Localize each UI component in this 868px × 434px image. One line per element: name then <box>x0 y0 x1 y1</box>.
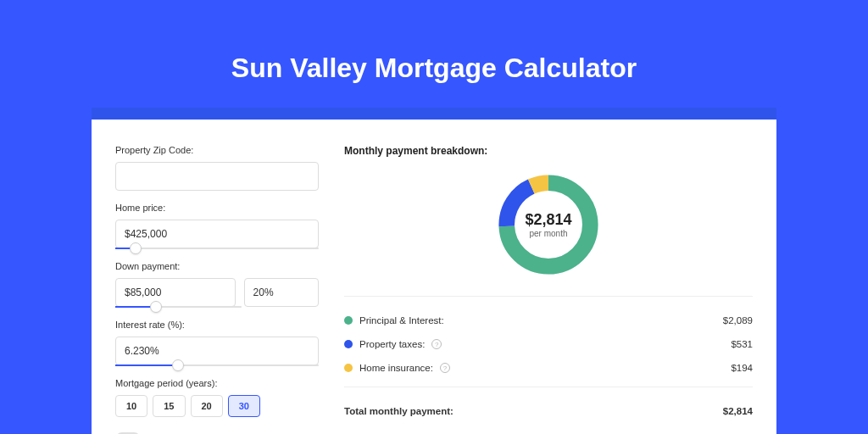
info-icon[interactable]: ? <box>440 363 450 373</box>
down-payment-field: Down payment: <box>115 261 319 308</box>
slider-thumb[interactable] <box>130 242 142 254</box>
interest-rate-label: Interest rate (%): <box>115 320 319 330</box>
home-price-field: Home price: <box>115 203 319 249</box>
breakdown-item-label: Property taxes: <box>359 339 425 349</box>
donut-sub-label: per month <box>529 229 567 238</box>
home-price-label: Home price: <box>115 203 319 213</box>
breakdown-column: Monthly payment breakdown: $2,814 per mo… <box>344 145 753 434</box>
total-value: $2,814 <box>723 406 753 416</box>
breakdown-item-label: Principal & Interest: <box>359 315 444 326</box>
total-label: Total monthly payment: <box>344 406 453 416</box>
zip-label: Property Zip Code: <box>115 145 319 155</box>
divider <box>344 296 753 297</box>
legend-dot <box>344 340 353 348</box>
slider-thumb[interactable] <box>150 301 162 313</box>
down-payment-percent-input[interactable] <box>244 278 319 307</box>
page-title: Sun Valley Mortgage Calculator <box>0 0 868 108</box>
zip-input[interactable] <box>115 162 319 191</box>
breakdown-row: Home insurance:?$194 <box>344 356 753 380</box>
slider-thumb[interactable] <box>172 359 184 371</box>
legend-dot <box>344 364 353 372</box>
mortgage-period-field: Mortgage period (years): 10152030 <box>115 378 319 417</box>
period-option-10[interactable]: 10 <box>115 395 147 417</box>
down-payment-slider[interactable] <box>115 306 242 308</box>
period-option-15[interactable]: 15 <box>153 395 185 417</box>
breakdown-item-value: $531 <box>731 339 753 349</box>
breakdown-item-value: $2,089 <box>723 315 753 326</box>
down-payment-amount-input[interactable] <box>115 278 236 307</box>
period-option-20[interactable]: 20 <box>191 395 223 417</box>
donut-amount: $2,814 <box>525 211 571 229</box>
interest-rate-field: Interest rate (%): <box>115 320 319 366</box>
breakdown-item-label: Home insurance: <box>359 363 433 373</box>
breakdown-row: Property taxes:?$531 <box>344 332 753 356</box>
inputs-column: Property Zip Code: Home price: Down paym… <box>115 145 319 434</box>
info-icon[interactable]: ? <box>431 339 442 349</box>
total-row: Total monthly payment: $2,814 <box>344 399 753 423</box>
down-payment-label: Down payment: <box>115 261 319 271</box>
breakdown-title: Monthly payment breakdown: <box>344 145 753 157</box>
home-price-slider[interactable] <box>115 248 319 249</box>
divider <box>344 387 753 387</box>
calculator-card: Property Zip Code: Home price: Down paym… <box>92 120 776 434</box>
home-price-input[interactable] <box>115 220 319 248</box>
breakdown-item-value: $194 <box>731 363 753 373</box>
mortgage-period-label: Mortgage period (years): <box>115 378 319 388</box>
interest-rate-input[interactable] <box>115 337 319 365</box>
donut-chart: $2,814 per month <box>493 170 604 280</box>
breakdown-row: Principal & Interest:$2,089 <box>344 309 753 332</box>
interest-rate-slider[interactable] <box>115 364 319 366</box>
period-option-30[interactable]: 30 <box>228 395 260 417</box>
donut-chart-wrap: $2,814 per month <box>344 165 753 284</box>
legend-dot <box>344 316 353 325</box>
zip-field: Property Zip Code: <box>115 145 319 191</box>
